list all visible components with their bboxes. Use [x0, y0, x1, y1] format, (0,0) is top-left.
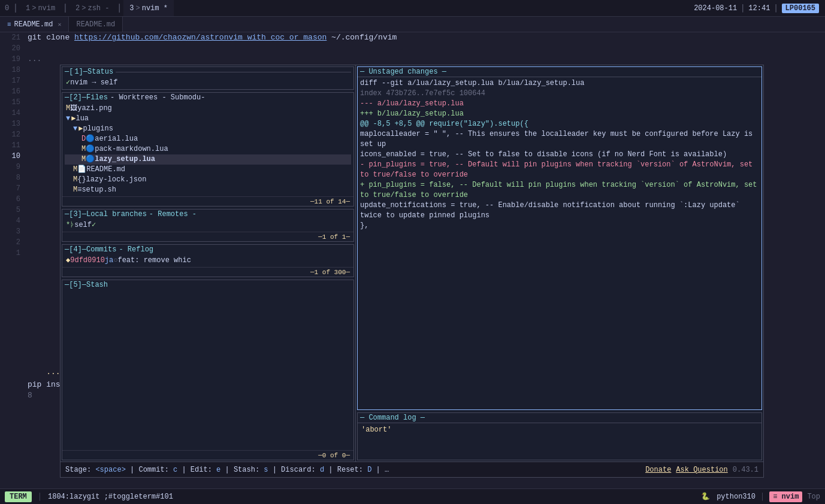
current-branch-icon: * — [66, 220, 70, 230]
files-item-yazi[interactable]: M 🖼 yazi.png — [65, 104, 351, 114]
status-bracket: ]─ — [79, 68, 87, 76]
gutter-4: 4 — [5, 215, 20, 226]
files-section: ─[ 2 ]─ Files - Worktrees - Submodu- M 🖼… — [62, 92, 354, 207]
lazygit-statusbar: Stage: <space> | Commit: c | Edit: e | S… — [61, 462, 763, 477]
mode-label: TERM — [5, 491, 32, 502]
gutter-16: 16 — [5, 86, 20, 97]
files-item-lazylock[interactable]: M {} lazy-lock.json — [65, 175, 351, 185]
code-line-20 — [28, 43, 825, 54]
commits-item-1[interactable]: ◆ 9dfd0910 ja ○ feat: remove whic — [65, 256, 351, 266]
diff-line-11: }, — [360, 221, 759, 231]
status-num: ─[ — [65, 68, 73, 76]
gutter-blank4 — [5, 291, 20, 302]
files-title: Files — [86, 93, 108, 102]
file-icon-lock: {} — [77, 175, 86, 185]
tab-3-name: nvim * — [142, 4, 168, 13]
commits-pager-line2: ─ — [346, 269, 350, 276]
diff-line-6: maplocalleader = " ", -- This ensures th… — [360, 129, 759, 150]
statusbar-keybinds: Stage: <space> | Commit: c | Edit: e | S… — [65, 466, 645, 474]
ask-question-link[interactable]: Ask Question — [676, 466, 727, 474]
commits-num: 4 — [73, 245, 77, 254]
stash-bracket2: ]─ — [78, 281, 86, 289]
status-section: ─[ 1 ]─ Status ✓ nvim → self — [62, 66, 354, 90]
status-line — [116, 72, 351, 72]
diff-line-10: update_notifications = true, -- Enable/d… — [360, 201, 759, 221]
tab-3[interactable]: 3 > nvim * — [123, 0, 174, 16]
tab-2-num: 2 — [75, 4, 80, 13]
unstaged-line2: ─ — [442, 68, 446, 76]
filetab-readme-label: README.md — [14, 20, 53, 29]
tab-2[interactable]: 2 > zsh - — [69, 0, 115, 16]
commits-header: ─[ 4 ]─ Commits - Reflog — [62, 245, 353, 254]
gutter-blank8 — [5, 334, 20, 345]
gutter-9: 9 — [5, 162, 20, 172]
unstaged-panel: ─ Unstaged changes ─ diff --git a/lua/la… — [357, 66, 762, 410]
branch-name: self — [74, 220, 92, 230]
bottom-bar: TERM │ 1804:lazygit ;#toggleterm#101 🐍 p… — [0, 488, 825, 504]
files-item-readme[interactable]: M 📄 README.md — [65, 165, 351, 175]
mod-status-icon-lock: M — [73, 175, 77, 185]
branches-header: ─[ 3 ]─ Local branches - Remotes - — [62, 210, 353, 219]
files-item-pack[interactable]: M 🔵 pack-markdown.lua — [65, 144, 351, 154]
mod-status-icon-lazy: M — [81, 154, 86, 165]
date-label: 2024-08-11 — [694, 4, 737, 13]
files-item-aerial[interactable]: D 🔵 aerial.lua — [65, 134, 351, 144]
gutter-2: 2 — [5, 237, 20, 248]
gutter-15: 15 — [5, 97, 20, 108]
branches-pager-text: 1 of 1 — [322, 233, 346, 241]
tab-1[interactable]: 1 > nvim — [20, 0, 61, 16]
gutter-7: 7 — [5, 183, 20, 194]
file-icon-setup: ≡ — [77, 185, 81, 195]
tab-1-label: 1 — [26, 4, 30, 13]
gutter-blank3 — [5, 280, 20, 291]
python-label: python310 — [717, 493, 756, 501]
filetab-readme-alt[interactable]: README.md — [69, 17, 123, 32]
stash-header: ─[ 5 ]─ Stash — [62, 280, 353, 290]
commit-author: ja — [105, 256, 113, 266]
unstaged-header: ─ Unstaged changes ─ — [358, 67, 761, 77]
files-item-setup[interactable]: M ≡ setup.sh — [65, 185, 351, 195]
gutter-17: 17 — [5, 75, 20, 86]
filetab-readme-active[interactable]: ≡ README.md ✕ — [0, 17, 69, 32]
tree-arrow-lua: ▼ — [66, 114, 70, 124]
diff-line-8: - pin_plugins = true, -- Default will pi… — [360, 160, 759, 180]
branches-section: ─[ 3 ]─ Local branches - Remotes - * ᚦ s… — [62, 209, 354, 242]
cmdlog-header: ─ Command log ─ — [358, 413, 761, 423]
del-status-icon: D — [81, 134, 86, 144]
branches-pager: ─ 1 of 1 ─ — [62, 232, 353, 241]
file-icon-readme: 📄 — [77, 165, 86, 175]
file-icon-yazi: 🖼 — [70, 104, 77, 114]
commits-title: Commits — [86, 245, 116, 254]
commits-pager-line: ─ — [310, 269, 315, 276]
gutter-19: 19 — [5, 54, 20, 65]
gutter-13: 13 — [5, 119, 20, 129]
chevron-right-icon: │ — [773, 4, 778, 13]
branches-item-self[interactable]: * ᚦ self ✓ — [65, 220, 351, 230]
gutter-3: 3 — [5, 226, 20, 237]
diff-line-4: +++ b/lua/lazy_setup.lua — [360, 109, 759, 119]
files-item-lua[interactable]: ▼ ▶ lua — [65, 114, 351, 124]
gutter-blank7 — [5, 323, 20, 334]
files-item-plugins[interactable]: ▼ ▶ plugins — [65, 124, 351, 134]
unstaged-body[interactable]: diff --git a/lua/lazy_setup.lua b/lua/la… — [358, 77, 761, 408]
tab-1-name: nvim — [38, 4, 55, 13]
menu-icon: ≡ — [773, 493, 777, 501]
chevron-icon: │ — [741, 4, 745, 13]
branches-bracket: ─[ — [65, 210, 73, 218]
files-pager-line: ─ — [346, 198, 350, 205]
commit-icon: ◆ — [66, 256, 70, 266]
filetab-close-icon[interactable]: ✕ — [58, 21, 61, 28]
donate-link[interactable]: Donate — [645, 466, 671, 474]
bottom-bar-right: 🐍 python310 │ ≡ nvim Top — [701, 491, 820, 502]
files-item-lazy[interactable]: M 🔵 lazy_setup.lua — [65, 154, 351, 165]
files-header: ─[ 2 ]─ Files - Worktrees - Submodu- — [62, 93, 353, 102]
branch-check-icon: ✓ — [92, 220, 96, 230]
nvim-indicator: ≡ nvim — [769, 491, 802, 502]
file-name-aerial: aerial.lua — [95, 134, 138, 144]
separator-icon-2: │ — [760, 493, 764, 501]
file-name-yazi: yazi.png — [77, 104, 112, 114]
files-num: 2 — [73, 93, 77, 102]
gutter-12: 12 — [5, 129, 20, 140]
tab-3-num: 3 — [129, 4, 134, 13]
diff-line-9: + pin_plugins = false, -- Default will p… — [360, 180, 759, 201]
